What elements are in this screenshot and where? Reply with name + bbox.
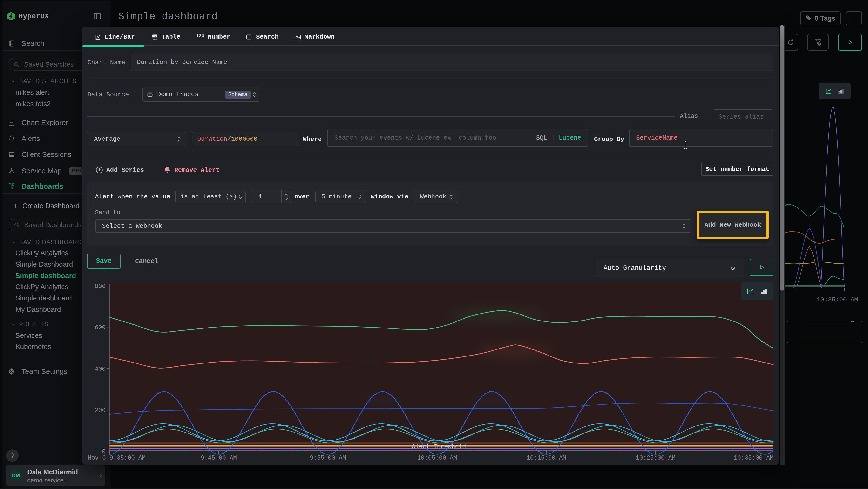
svg-text:200: 200: [95, 407, 105, 414]
svg-text:10:35:00 AM: 10:35:00 AM: [734, 455, 774, 461]
svg-text:9:45:00 AM: 9:45:00 AM: [200, 455, 237, 461]
svg-text:10:15:00 AM: 10:15:00 AM: [526, 455, 566, 461]
svg-text:Alert Threshold: Alert Threshold: [411, 443, 466, 450]
svg-text:Nov 6 9:35:00 AM: Nov 6 9:35:00 AM: [88, 455, 146, 461]
svg-text:800: 800: [95, 283, 105, 290]
svg-text:10:25:00 AM: 10:25:00 AM: [636, 455, 675, 461]
svg-text:600: 600: [95, 324, 105, 331]
svg-text:10:05:00 AM: 10:05:00 AM: [417, 455, 457, 461]
svg-text:0: 0: [102, 448, 105, 455]
svg-text:10:35:00 AM: 10:35:00 AM: [817, 296, 858, 304]
svg-text:9:55:00 AM: 9:55:00 AM: [310, 455, 346, 461]
svg-text:400: 400: [95, 366, 105, 373]
